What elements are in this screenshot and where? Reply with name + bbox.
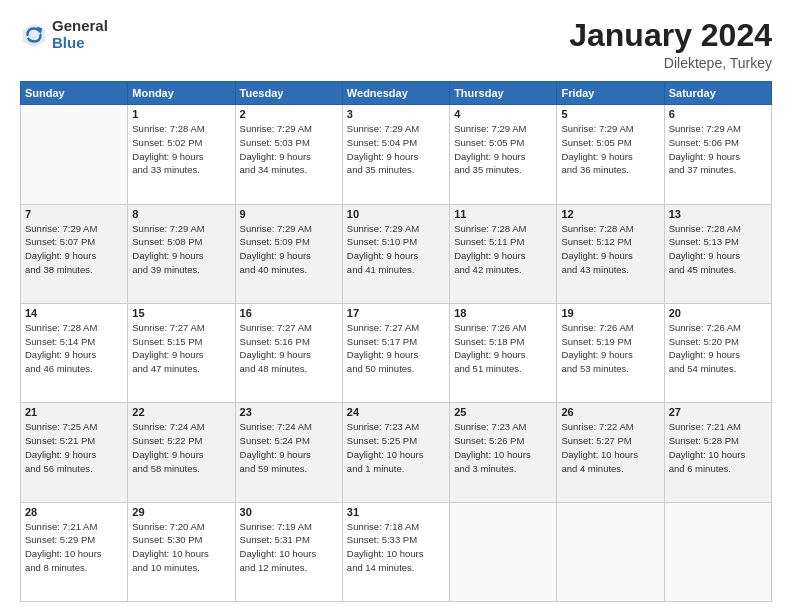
day-info-text: and 37 minutes. [669, 163, 767, 177]
day-info-text: and 45 minutes. [669, 263, 767, 277]
day-info-text: Daylight: 9 hours [240, 150, 338, 164]
day-info-text: Daylight: 9 hours [561, 249, 659, 263]
day-info-text: Sunrise: 7:21 AM [669, 420, 767, 434]
calendar-cell: 13Sunrise: 7:28 AMSunset: 5:13 PMDayligh… [664, 204, 771, 303]
day-info-text: Sunrise: 7:23 AM [347, 420, 445, 434]
day-number: 27 [669, 406, 767, 418]
day-info-text: Sunrise: 7:26 AM [669, 321, 767, 335]
day-number: 7 [25, 208, 123, 220]
calendar-cell: 26Sunrise: 7:22 AMSunset: 5:27 PMDayligh… [557, 403, 664, 502]
calendar-cell: 22Sunrise: 7:24 AMSunset: 5:22 PMDayligh… [128, 403, 235, 502]
day-info-text: Daylight: 9 hours [240, 348, 338, 362]
day-info-text: Sunrise: 7:20 AM [132, 520, 230, 534]
day-info-text: and 48 minutes. [240, 362, 338, 376]
calendar-cell: 17Sunrise: 7:27 AMSunset: 5:17 PMDayligh… [342, 303, 449, 402]
calendar-cell: 16Sunrise: 7:27 AMSunset: 5:16 PMDayligh… [235, 303, 342, 402]
day-info-text: Sunset: 5:22 PM [132, 434, 230, 448]
calendar-header-row: SundayMondayTuesdayWednesdayThursdayFrid… [21, 82, 772, 105]
day-info-text: Sunset: 5:24 PM [240, 434, 338, 448]
day-number: 29 [132, 506, 230, 518]
day-info-text: Sunrise: 7:28 AM [132, 122, 230, 136]
calendar-week-row: 1Sunrise: 7:28 AMSunset: 5:02 PMDaylight… [21, 105, 772, 204]
day-info-text: Sunrise: 7:29 AM [669, 122, 767, 136]
calendar-week-row: 14Sunrise: 7:28 AMSunset: 5:14 PMDayligh… [21, 303, 772, 402]
calendar-cell: 21Sunrise: 7:25 AMSunset: 5:21 PMDayligh… [21, 403, 128, 502]
day-info-text: Daylight: 9 hours [347, 150, 445, 164]
calendar-header-friday: Friday [557, 82, 664, 105]
page: General Blue January 2024 Dilektepe, Tur… [0, 0, 792, 612]
day-info-text: and 10 minutes. [132, 561, 230, 575]
day-info-text: and 59 minutes. [240, 462, 338, 476]
day-info-text: Sunrise: 7:24 AM [132, 420, 230, 434]
day-number: 12 [561, 208, 659, 220]
calendar-week-row: 21Sunrise: 7:25 AMSunset: 5:21 PMDayligh… [21, 403, 772, 502]
calendar-week-row: 28Sunrise: 7:21 AMSunset: 5:29 PMDayligh… [21, 502, 772, 601]
day-info-text: Sunrise: 7:29 AM [25, 222, 123, 236]
day-info-text: and 58 minutes. [132, 462, 230, 476]
day-info-text: Sunset: 5:08 PM [132, 235, 230, 249]
day-info-text: Sunset: 5:20 PM [669, 335, 767, 349]
day-info-text: and 43 minutes. [561, 263, 659, 277]
day-info-text: Daylight: 9 hours [561, 150, 659, 164]
day-info-text: Daylight: 10 hours [561, 448, 659, 462]
day-number: 28 [25, 506, 123, 518]
calendar-title: January 2024 [569, 18, 772, 53]
day-info-text: Sunset: 5:27 PM [561, 434, 659, 448]
logo-icon [20, 21, 48, 49]
svg-marker-0 [23, 23, 45, 46]
header: General Blue January 2024 Dilektepe, Tur… [20, 18, 772, 71]
day-info-text: Sunrise: 7:24 AM [240, 420, 338, 434]
day-info-text: Sunset: 5:05 PM [561, 136, 659, 150]
logo-blue-text: Blue [52, 35, 108, 52]
day-info-text: Daylight: 10 hours [132, 547, 230, 561]
calendar-cell [557, 502, 664, 601]
day-info-text: and 50 minutes. [347, 362, 445, 376]
day-info-text: Daylight: 9 hours [669, 348, 767, 362]
day-info-text: Daylight: 10 hours [454, 448, 552, 462]
day-info-text: Sunset: 5:16 PM [240, 335, 338, 349]
day-info-text: and 42 minutes. [454, 263, 552, 277]
day-info-text: Daylight: 9 hours [132, 150, 230, 164]
day-info-text: Sunrise: 7:29 AM [454, 122, 552, 136]
day-info-text: Daylight: 9 hours [240, 448, 338, 462]
day-info-text: and 56 minutes. [25, 462, 123, 476]
day-info-text: Daylight: 9 hours [347, 348, 445, 362]
calendar-cell [21, 105, 128, 204]
calendar-cell: 7Sunrise: 7:29 AMSunset: 5:07 PMDaylight… [21, 204, 128, 303]
day-info-text: Sunset: 5:25 PM [347, 434, 445, 448]
day-info-text: Sunset: 5:13 PM [669, 235, 767, 249]
calendar-cell: 3Sunrise: 7:29 AMSunset: 5:04 PMDaylight… [342, 105, 449, 204]
day-number: 1 [132, 108, 230, 120]
calendar-header-monday: Monday [128, 82, 235, 105]
day-info-text: and 47 minutes. [132, 362, 230, 376]
day-info-text: Sunrise: 7:26 AM [561, 321, 659, 335]
day-info-text: Sunrise: 7:27 AM [132, 321, 230, 335]
day-number: 22 [132, 406, 230, 418]
calendar-cell [664, 502, 771, 601]
day-info-text: Sunrise: 7:29 AM [347, 222, 445, 236]
day-info-text: and 51 minutes. [454, 362, 552, 376]
day-number: 5 [561, 108, 659, 120]
day-info-text: Sunrise: 7:22 AM [561, 420, 659, 434]
day-info-text: Daylight: 10 hours [25, 547, 123, 561]
day-info-text: Sunrise: 7:28 AM [25, 321, 123, 335]
day-number: 13 [669, 208, 767, 220]
day-info-text: Sunset: 5:12 PM [561, 235, 659, 249]
day-number: 9 [240, 208, 338, 220]
day-info-text: Daylight: 9 hours [25, 249, 123, 263]
calendar-cell: 4Sunrise: 7:29 AMSunset: 5:05 PMDaylight… [450, 105, 557, 204]
calendar-header-sunday: Sunday [21, 82, 128, 105]
day-info-text: Sunrise: 7:27 AM [347, 321, 445, 335]
day-info-text: Daylight: 9 hours [132, 448, 230, 462]
day-info-text: and 6 minutes. [669, 462, 767, 476]
day-info-text: Sunset: 5:17 PM [347, 335, 445, 349]
day-number: 25 [454, 406, 552, 418]
day-info-text: Sunset: 5:15 PM [132, 335, 230, 349]
day-info-text: Sunset: 5:05 PM [454, 136, 552, 150]
calendar-cell: 24Sunrise: 7:23 AMSunset: 5:25 PMDayligh… [342, 403, 449, 502]
day-info-text: Sunrise: 7:18 AM [347, 520, 445, 534]
day-info-text: Sunrise: 7:26 AM [454, 321, 552, 335]
day-number: 19 [561, 307, 659, 319]
calendar-header-tuesday: Tuesday [235, 82, 342, 105]
day-number: 26 [561, 406, 659, 418]
